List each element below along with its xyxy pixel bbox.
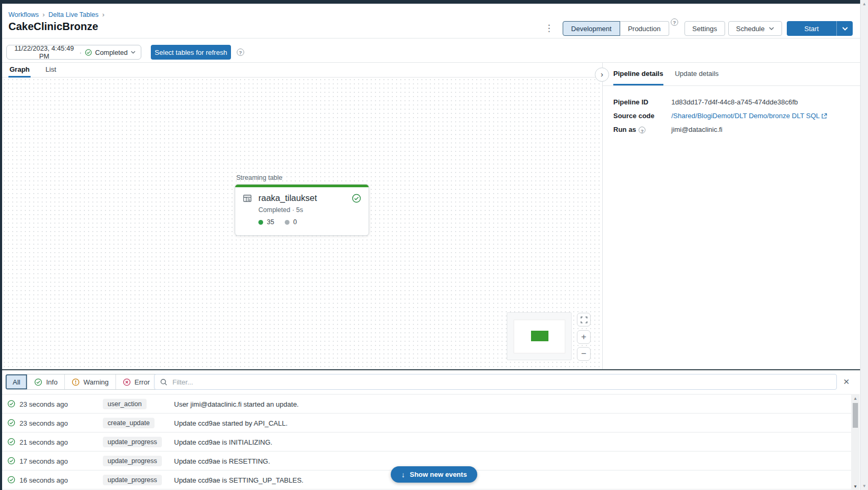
event-type-badge: update_progress xyxy=(103,456,162,466)
node-name: raaka_tilaukset xyxy=(258,193,352,203)
event-time: 23 seconds ago xyxy=(20,419,68,427)
close-icon[interactable]: ✕ xyxy=(840,376,853,388)
event-type-badge: update_progress xyxy=(103,437,162,447)
check-circle-icon xyxy=(352,194,361,203)
check-circle-icon xyxy=(7,419,15,427)
source-code-link[interactable]: /Shared/BlogiDemot/DLT Demo/bronze DLT S… xyxy=(671,112,820,120)
chevron-right-icon: › xyxy=(102,11,104,18)
select-tables-for-refresh-button[interactable]: Select tables for refresh xyxy=(151,45,231,60)
event-filter-input[interactable] xyxy=(172,378,831,386)
event-log-panel: All Info Warning Error ✕ xyxy=(2,369,860,490)
pipeline-graph-canvas[interactable]: Streaming table raaka_tilaukset Complete… xyxy=(2,78,602,369)
schedule-button[interactable]: Schedule xyxy=(728,21,782,36)
filter-error-button[interactable]: Error xyxy=(116,374,157,389)
search-icon xyxy=(160,378,168,386)
breadcrumb-link-delta-live-tables[interactable]: Delta Live Tables xyxy=(49,11,99,18)
warning-icon xyxy=(72,378,80,386)
start-button[interactable]: Start xyxy=(787,21,836,36)
tab-update-details[interactable]: Update details xyxy=(675,70,719,85)
chevron-down-icon xyxy=(769,27,774,30)
event-time: 16 seconds ago xyxy=(20,476,68,484)
scroll-down-icon[interactable]: ▼ xyxy=(851,484,860,489)
check-circle-icon xyxy=(7,476,15,484)
scroll-down-icon[interactable]: ▼ xyxy=(861,484,868,488)
event-log-row[interactable]: 21 seconds ago update_progress Update cc… xyxy=(2,433,851,451)
details-panel-tabs: Pipeline details Update details xyxy=(603,63,860,86)
records-dropped-dot xyxy=(285,220,290,225)
production-toggle[interactable]: Production xyxy=(620,21,669,36)
chevron-right-icon: › xyxy=(42,11,44,18)
error-icon xyxy=(123,378,131,386)
kebab-menu-icon[interactable]: ⋮ xyxy=(544,21,554,36)
info-check-icon xyxy=(34,378,42,386)
event-type-badge: update_progress xyxy=(103,475,162,485)
help-icon[interactable]: ? xyxy=(237,49,244,56)
field-source-code: Source code /Shared/BlogiDemot/DLT Demo/… xyxy=(613,112,853,120)
view-tabs: Graph List xyxy=(2,63,602,78)
window-frame-top xyxy=(0,0,860,4)
start-options-button[interactable] xyxy=(836,21,853,36)
graph-node-raaka-tilaukset[interactable]: raaka_tilaukset Completed · 5s 35 0 xyxy=(235,184,369,236)
settings-button[interactable]: Settings xyxy=(684,21,725,36)
help-icon[interactable]: ? xyxy=(671,18,678,26)
event-log-row[interactable]: 23 seconds ago create_update Update ccd9… xyxy=(2,414,851,433)
event-type-badge: user_action xyxy=(103,399,147,409)
header-actions: ⋮ Development Production ? Settings Sche… xyxy=(544,21,853,36)
check-circle-icon xyxy=(7,438,15,446)
chevron-down-icon xyxy=(842,27,848,31)
app-window: ▲ ▼ Workflows › Delta Live Tables › Cake… xyxy=(0,0,868,490)
check-circle-icon xyxy=(7,400,15,408)
event-filter-search xyxy=(154,374,837,390)
node-status-bar xyxy=(235,185,369,187)
tab-graph[interactable]: Graph xyxy=(8,63,31,78)
fullscreen-icon xyxy=(581,316,587,323)
start-split-button: Start xyxy=(787,21,853,36)
field-pipeline-id: Pipeline ID 1d83dd17-7d4f-44c8-a745-474d… xyxy=(613,98,853,107)
fullscreen-button[interactable] xyxy=(577,313,591,326)
scroll-up-icon[interactable]: ▲ xyxy=(851,396,860,401)
node-metrics: 35 0 xyxy=(258,218,361,226)
breadcrumb-link-workflows[interactable]: Workflows xyxy=(8,11,38,18)
tab-list[interactable]: List xyxy=(44,63,57,78)
page-scrollbar[interactable]: ▲ ▼ xyxy=(860,0,868,490)
header-divider xyxy=(2,38,860,39)
records-written-dot xyxy=(258,220,263,225)
zoom-in-button[interactable]: + xyxy=(577,330,591,344)
records-dropped-count: 0 xyxy=(293,218,297,226)
help-icon[interactable]: ? xyxy=(639,127,645,133)
tab-pipeline-details[interactable]: Pipeline details xyxy=(613,70,663,85)
event-time: 17 seconds ago xyxy=(20,457,68,465)
event-scrollbar-thumb[interactable] xyxy=(853,403,858,428)
check-circle-icon xyxy=(7,457,15,465)
records-written-count: 35 xyxy=(267,218,274,226)
event-message: Update ccd9ae started by API_CALL. xyxy=(174,419,287,427)
development-toggle[interactable]: Development xyxy=(563,21,620,36)
event-type-badge: create_update xyxy=(103,418,155,428)
dot-separator: · xyxy=(79,49,81,56)
show-new-events-button[interactable]: ↓ Show new events xyxy=(391,466,477,483)
schedule-label: Schedule xyxy=(736,25,765,33)
collapse-panel-button[interactable]: › xyxy=(595,68,609,82)
zoom-out-button[interactable]: − xyxy=(577,347,591,361)
minimap-viewport xyxy=(514,320,565,353)
arrow-down-icon: ↓ xyxy=(401,470,405,479)
details-panel: Pipeline details Update details Pipeline… xyxy=(603,63,860,369)
node-status-text: Completed · 5s xyxy=(258,206,361,214)
scroll-up-icon[interactable]: ▲ xyxy=(861,2,868,6)
event-time: 21 seconds ago xyxy=(20,438,68,446)
event-message: Update ccd9ae is SETTING_UP_TABLES. xyxy=(174,476,303,484)
event-log-scrollbar[interactable]: ▲ ▼ xyxy=(851,394,860,490)
minimap-node xyxy=(531,331,548,341)
event-time: 23 seconds ago xyxy=(20,400,68,408)
filter-all-button[interactable]: All xyxy=(6,374,27,389)
breadcrumb: Workflows › Delta Live Tables › xyxy=(8,11,108,18)
graph-minimap[interactable] xyxy=(507,312,572,360)
event-message: User jimi@dataclinic.fi started an updat… xyxy=(174,400,298,408)
update-selector-dropdown[interactable]: 11/22/2023, 4:45:49 PM · Completed xyxy=(6,45,141,60)
filter-info-button[interactable]: Info xyxy=(27,374,65,389)
pipeline-id-value: 1d83dd17-7d4f-44c8-a745-474dde38c6fb xyxy=(671,98,798,107)
filter-warning-button[interactable]: Warning xyxy=(65,374,116,389)
update-timestamp: 11/22/2023, 4:45:49 PM xyxy=(12,44,76,60)
environment-toggle: Development Production xyxy=(563,21,669,36)
event-log-row[interactable]: 23 seconds ago user_action User jimi@dat… xyxy=(2,395,851,414)
